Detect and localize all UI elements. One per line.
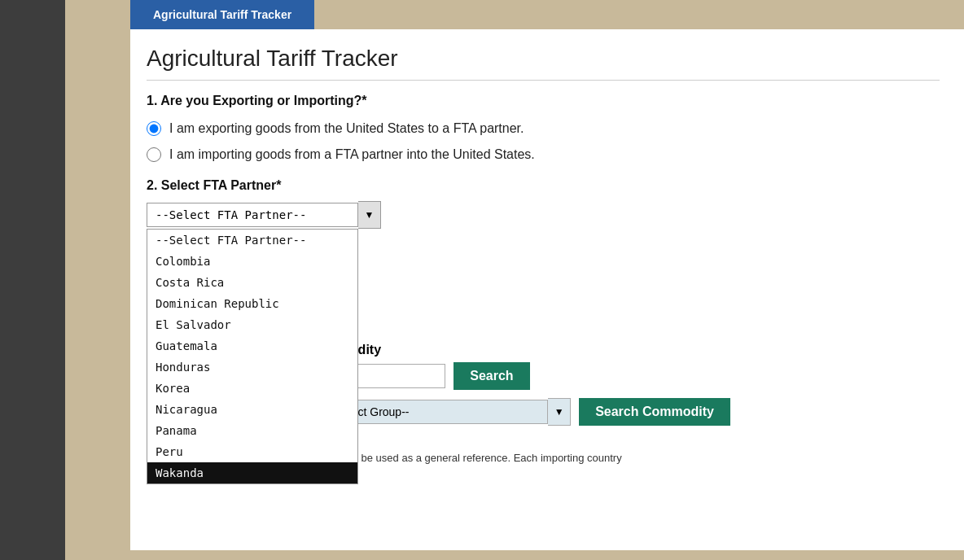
fta-select-arrow[interactable]: ▼ — [358, 201, 381, 229]
dropdown-item-costarica[interactable]: Costa Rica — [147, 272, 357, 293]
dropdown-item-panama[interactable]: Panama — [147, 420, 357, 441]
dropdown-item-peru[interactable]: Peru — [147, 441, 357, 462]
dropdown-item-nicaragua[interactable]: Nicaragua — [147, 399, 357, 420]
left-sidebar — [0, 0, 65, 560]
question2-group: 2. Select FTA Partner* --Select FTA Part… — [147, 178, 940, 229]
search-button[interactable]: Search — [454, 362, 529, 390]
dropdown-item-colombia[interactable]: Colombia — [147, 251, 357, 272]
fta-select-wrapper: --Select FTA Partner-- Colombia Costa Ri… — [147, 201, 940, 229]
dropdown-item-guatemala[interactable]: Guatemala — [147, 335, 357, 357]
radio-import[interactable] — [147, 147, 161, 162]
dropdown-item-elsalvador[interactable]: El Salvador — [147, 314, 357, 335]
radio-export[interactable] — [147, 121, 161, 136]
dropdown-item-domrep[interactable]: Dominican Republic — [147, 293, 357, 314]
radio-export-label: I am exporting goods from the United Sta… — [169, 121, 524, 136]
group-select-arrow[interactable]: ▼ — [548, 398, 571, 426]
dropdown-item-placeholder[interactable]: --Select FTA Partner-- — [147, 230, 357, 251]
nav-bar: Agricultural Tariff Tracker — [65, 0, 964, 29]
fta-dropdown-list: --Select FTA Partner-- Colombia Costa Ri… — [147, 229, 358, 484]
fta-partner-select[interactable]: --Select FTA Partner-- Colombia Costa Ri… — [147, 203, 358, 227]
search-commodity-button[interactable]: Search Commodity — [579, 398, 730, 426]
main-container: Agricultural Tariff Tracker 1. Are you E… — [130, 29, 964, 550]
question1-label: 1. Are you Exporting or Importing?* — [147, 94, 940, 108]
radio-import-label: I am importing goods from a FTA partner … — [169, 147, 535, 162]
question2-label: 2. Select FTA Partner* — [147, 178, 940, 193]
page-title: Agricultural Tariff Tracker — [147, 46, 940, 81]
dropdown-item-korea[interactable]: Korea — [147, 378, 357, 399]
radio-option-export[interactable]: I am exporting goods from the United Sta… — [147, 121, 940, 136]
radio-option-import[interactable]: I am importing goods from a FTA partner … — [147, 147, 940, 162]
nav-tab-active[interactable]: Agricultural Tariff Tracker — [130, 0, 314, 29]
dropdown-item-honduras[interactable]: Honduras — [147, 357, 357, 378]
question1-group: 1. Are you Exporting or Importing?* I am… — [147, 94, 940, 162]
dropdown-item-wakanda[interactable]: Wakanda — [147, 462, 357, 483]
